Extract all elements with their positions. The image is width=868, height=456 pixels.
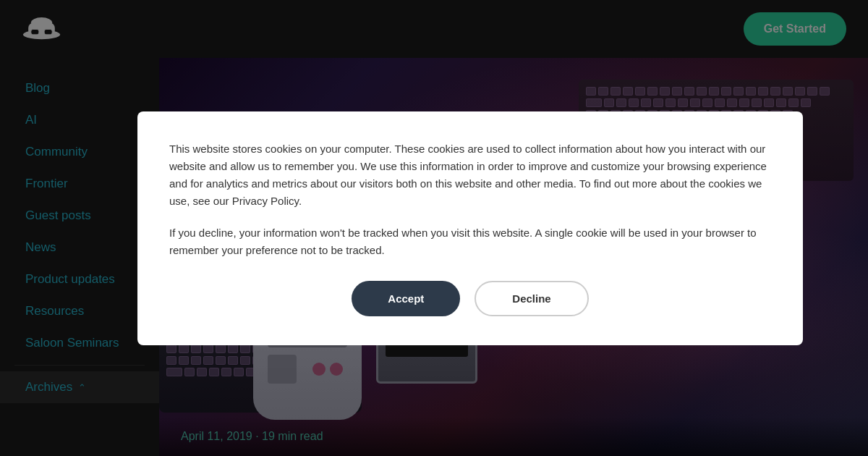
accept-button[interactable]: Accept (352, 281, 460, 316)
cookie-modal: This website stores cookies on your comp… (137, 111, 803, 345)
cookie-text-1: This website stores cookies on your comp… (169, 140, 771, 210)
cookie-buttons: Accept Decline (169, 281, 771, 316)
modal-overlay: This website stores cookies on your comp… (0, 0, 868, 456)
cookie-text-2: If you decline, your information won't b… (169, 224, 771, 259)
decline-button[interactable]: Decline (475, 281, 588, 316)
